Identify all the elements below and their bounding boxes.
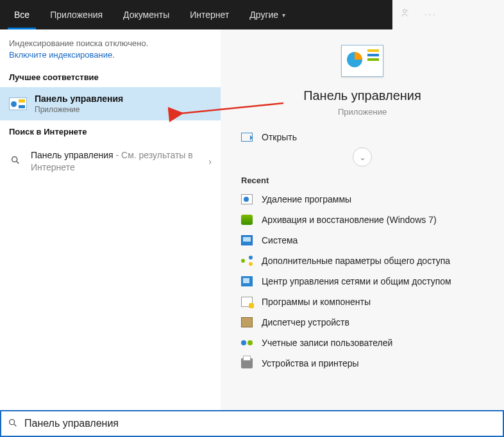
best-match-result[interactable]: Панель управления Приложение	[0, 87, 221, 120]
best-match-subtitle: Приложение	[35, 105, 123, 114]
recent-item[interactable]: Архивация и восстановление (Windows 7)	[236, 210, 489, 230]
preview-subtitle: Приложение	[227, 107, 498, 117]
recent-list: Удаление программы Архивация и восстанов…	[227, 189, 498, 380]
search-icon	[8, 418, 18, 430]
recent-label: Архивация и восстановление (Windows 7)	[262, 215, 437, 225]
feedback-icon[interactable]	[399, 8, 410, 22]
chevron-down-icon: ▾	[282, 12, 285, 19]
open-label: Открыть	[262, 132, 297, 142]
tab-internet[interactable]: Интернет	[180, 0, 239, 29]
recent-item[interactable]: Центр управления сетями и общим доступом	[236, 271, 489, 292]
tab-bar: Все Приложения Документы Интернет Другие…	[0, 0, 504, 29]
chevron-down-icon: ⌄	[359, 153, 366, 162]
web-result[interactable]: Панель управления - См. результаты в Инт…	[0, 142, 221, 181]
recent-item[interactable]: Удаление программы	[236, 189, 489, 210]
svg-point-4	[10, 419, 15, 424]
preview-pane: Панель управления Приложение Открыть ⌄ R…	[221, 29, 504, 410]
recent-item[interactable]: Программы и компоненты	[236, 292, 489, 312]
uninstall-icon	[241, 194, 253, 204]
network-icon	[241, 276, 253, 286]
sharing-icon	[241, 256, 253, 266]
recent-label: Дополнительные параметры общего доступа	[262, 256, 450, 266]
svg-line-2	[17, 161, 19, 163]
control-panel-icon	[9, 97, 27, 110]
recent-label: Учетные записи пользователей	[262, 338, 392, 348]
recent-label: Устройства и принтеры	[262, 358, 359, 368]
recent-item[interactable]: Система	[236, 230, 489, 251]
tab-all[interactable]: Все	[4, 0, 40, 29]
recent-item[interactable]: Устройства и принтеры	[236, 353, 489, 374]
chevron-right-icon: ›	[208, 156, 212, 167]
tab-label: Приложения	[50, 10, 103, 20]
recent-heading: Recent	[227, 172, 498, 189]
search-input[interactable]	[24, 418, 496, 429]
recent-item[interactable]: Дополнительные параметры общего доступа	[236, 251, 489, 271]
open-action[interactable]: Открыть	[227, 120, 498, 147]
printers-icon	[241, 358, 253, 368]
web-search-heading: Поиск в Интернете	[0, 120, 221, 142]
recent-item[interactable]: Диспетчер устройств	[236, 312, 489, 333]
tab-more[interactable]: Другие▾	[239, 0, 296, 29]
control-panel-icon	[341, 45, 383, 77]
recent-item[interactable]: Учетные записи пользователей	[236, 333, 489, 353]
tab-documents[interactable]: Документы	[113, 0, 180, 29]
device-manager-icon	[241, 317, 253, 327]
search-icon	[9, 155, 22, 167]
system-icon	[241, 235, 253, 245]
recent-label: Диспетчер устройств	[262, 317, 349, 327]
search-bar[interactable]	[0, 410, 504, 437]
programs-icon	[241, 297, 253, 307]
recent-label: Удаление программы	[262, 194, 351, 204]
preview-title: Панель управления	[227, 88, 498, 103]
recent-label: Система	[262, 235, 298, 245]
users-icon	[241, 338, 253, 348]
tab-label: Другие	[249, 10, 278, 20]
backup-icon	[241, 215, 253, 225]
web-result-text: Панель управления - См. результаты в Инт…	[31, 149, 199, 174]
recent-label: Центр управления сетями и общим доступом	[262, 276, 451, 286]
svg-point-1	[12, 157, 17, 162]
tab-apps[interactable]: Приложения	[40, 0, 113, 29]
results-pane: Индексирование поиска отключено. Включит…	[0, 29, 221, 410]
indexing-notice: Индексирование поиска отключено. Включит…	[0, 29, 221, 66]
notice-text: Индексирование поиска отключено.	[9, 38, 212, 48]
expand-toggle[interactable]: ⌄	[227, 147, 498, 172]
best-match-title: Панель управления	[35, 94, 123, 104]
open-icon	[241, 133, 253, 142]
more-icon[interactable]: ···	[424, 9, 437, 21]
best-match-heading: Лучшее соответствие	[0, 66, 221, 87]
svg-point-0	[403, 10, 406, 13]
tab-label: Документы	[123, 10, 169, 20]
enable-indexing-link[interactable]: Включите индексирование.	[9, 50, 212, 60]
svg-line-5	[14, 424, 16, 426]
tab-label: Все	[14, 10, 29, 20]
tab-label: Интернет	[190, 10, 229, 20]
recent-label: Программы и компоненты	[262, 297, 371, 307]
